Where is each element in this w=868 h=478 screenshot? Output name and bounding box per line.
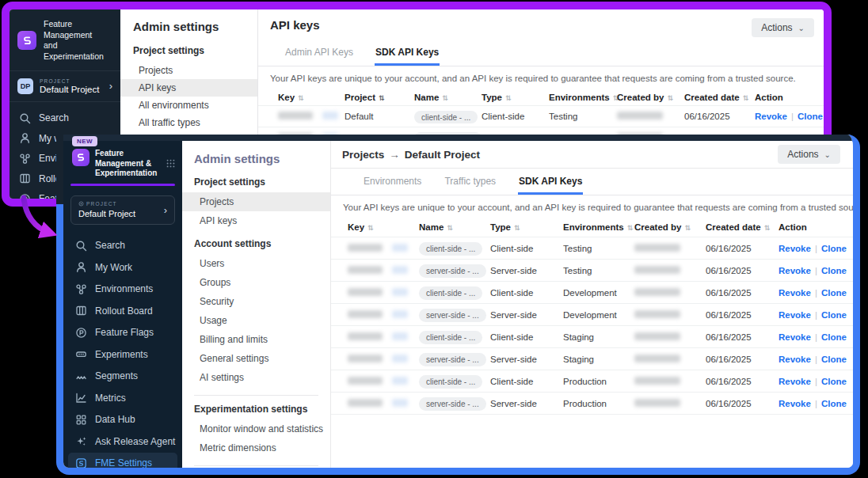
revoke-link[interactable]: Revoke xyxy=(779,332,811,342)
sidebar-item-my-work[interactable]: My Work xyxy=(63,256,182,279)
sort-icon: ⇅ xyxy=(298,94,304,102)
admin-item-monitor-window[interactable]: Monitor window and statistics xyxy=(182,419,330,438)
redacted-key xyxy=(348,399,383,407)
revoke-link[interactable]: Revoke xyxy=(779,377,811,386)
clone-link[interactable]: Clone xyxy=(821,310,847,320)
environments-icon xyxy=(75,283,87,295)
redacted-created-by xyxy=(634,377,680,385)
breadcrumb-arrow-icon: → xyxy=(384,149,405,161)
revoke-link[interactable]: Revoke xyxy=(779,244,811,253)
sidebar-item-experiments[interactable]: Experiments xyxy=(63,343,182,366)
new-sidebar-nav: Search My Work Environments Rollout Boar… xyxy=(63,235,182,475)
admin-item-metric-dimensions[interactable]: Metric dimensions xyxy=(182,438,330,457)
redacted-created-by xyxy=(634,332,680,340)
sort-icon: ⇅ xyxy=(447,224,453,232)
sidebar-item-metrics[interactable]: Metrics xyxy=(63,387,182,409)
admin-item-ai-settings[interactable]: AI settings xyxy=(182,368,330,387)
sidebar-item-rollout-board[interactable]: Rollout Board xyxy=(63,300,182,322)
clone-link[interactable]: Clone xyxy=(821,399,847,408)
redacted-key xyxy=(348,332,383,340)
chevron-right-icon: › xyxy=(164,204,167,216)
breadcrumb: Projects→Default Project xyxy=(342,149,480,161)
revoke-link[interactable]: Revoke xyxy=(779,266,811,275)
sidebar-item-feature-flags[interactable]: Feature Flags xyxy=(63,322,182,344)
admin-item-billing[interactable]: Billing and limits xyxy=(182,330,330,349)
revoke-link[interactable]: Revoke xyxy=(779,288,811,298)
clone-link[interactable]: Clone xyxy=(821,377,847,386)
tab-traffic-types[interactable]: Traffic types xyxy=(444,169,497,195)
sidebar-item-fme-settings[interactable]: FME Settings xyxy=(68,453,177,475)
sidebar-item-search[interactable]: Search xyxy=(63,235,182,257)
tab-sdk-api-keys[interactable]: SDK API Keys xyxy=(375,40,440,66)
admin-item-groups[interactable]: Groups xyxy=(182,273,330,292)
redacted-created-by xyxy=(634,355,680,362)
new-project-switcher[interactable]: PROJECT Default Project › xyxy=(70,195,175,225)
admin-settings-title: Admin settings xyxy=(194,152,330,165)
admin-item-all-environments[interactable]: All environments xyxy=(120,97,257,114)
breadcrumb-current: Default Project xyxy=(405,149,480,161)
sidebar-item-environments[interactable]: Environments xyxy=(63,279,182,301)
admin-item-all-traffic-types[interactable]: All traffic types xyxy=(120,114,257,131)
admin-item-usage[interactable]: Usage xyxy=(182,311,330,330)
tab-environments[interactable]: Environments xyxy=(363,169,422,195)
sidebar-item-search[interactable]: Search xyxy=(10,108,120,129)
clone-link[interactable]: Clone xyxy=(821,288,847,298)
fme-logo-icon xyxy=(72,149,89,166)
redacted-created-by xyxy=(634,310,680,318)
table-header: Key⇅ Name⇅ Type⇅ Environments⇅ Created b… xyxy=(331,218,853,237)
admin-item-projects[interactable]: Projects xyxy=(120,62,257,79)
redacted-copy-icon xyxy=(392,310,408,318)
table-header: Key⇅ Project⇅ Name⇅ Type⇅ Environments⇅ … xyxy=(258,89,824,105)
clone-link[interactable]: Clone xyxy=(821,266,847,275)
redacted-copy-icon xyxy=(392,377,408,385)
actions-button[interactable]: Actions ⌄ xyxy=(778,145,840,164)
table-row: Default client-side - ... Client-side Te… xyxy=(258,105,824,127)
clone-link[interactable]: Clone xyxy=(821,355,847,364)
sort-icon: ⇅ xyxy=(367,224,374,232)
revoke-link[interactable]: Revoke xyxy=(779,355,811,364)
sort-icon: ⇅ xyxy=(684,224,691,232)
table-row: client-side - ... Client-side Production… xyxy=(331,370,853,392)
actions-button[interactable]: Actions ⌄ xyxy=(752,18,814,37)
app-grid-icon[interactable] xyxy=(166,158,176,169)
new-brand: Feature Management & Experimentation xyxy=(63,141,182,179)
sidebar-item-data-hub[interactable]: Data Hub xyxy=(63,409,182,431)
admin-item-api-keys[interactable]: API keys xyxy=(120,79,257,97)
feature-flags-icon xyxy=(75,327,87,339)
old-project-switcher[interactable]: DP PROJECT Default Project › xyxy=(10,71,120,102)
key-name-pill: client-side - ... xyxy=(414,111,478,124)
clone-link[interactable]: Clone xyxy=(821,332,847,342)
project-name: Default Project xyxy=(40,85,99,94)
revoke-link[interactable]: Revoke xyxy=(755,112,787,121)
admin-item-api-keys[interactable]: API keys xyxy=(182,211,330,230)
new-main-panel: Projects→Default Project Actions ⌄ Envir… xyxy=(331,141,853,468)
divider xyxy=(194,465,318,466)
admin-item-general-settings[interactable]: General settings xyxy=(182,349,330,368)
new-window-top-strip xyxy=(63,135,853,141)
clone-link[interactable]: Clone xyxy=(821,244,847,253)
sort-icon: ⇅ xyxy=(667,94,673,102)
board-columns-icon xyxy=(19,173,31,184)
new-badge: NEW xyxy=(72,136,97,146)
project-label: PROJECT xyxy=(86,201,117,207)
new-sidebar: NEW Feature Management & Experimentation xyxy=(63,141,182,468)
redacted-created-by xyxy=(634,266,680,274)
redacted-copy-icon xyxy=(392,288,408,296)
clone-link[interactable]: Clone xyxy=(798,112,823,121)
sidebar-item-segments[interactable]: Segments xyxy=(63,366,182,388)
tab-admin-api-keys[interactable]: Admin API Keys xyxy=(284,40,354,66)
admin-item-users[interactable]: Users xyxy=(182,254,330,273)
sidebar-item-ask-release-agent[interactable]: Ask Release Agent xyxy=(63,431,182,453)
tab-sdk-api-keys[interactable]: SDK API Keys xyxy=(518,169,583,195)
admin-item-security[interactable]: Security xyxy=(182,292,330,311)
sort-icon: ⇅ xyxy=(514,224,520,232)
old-tab-bar: Admin API Keys SDK API Keys xyxy=(258,40,824,66)
divider xyxy=(194,395,318,396)
breadcrumb-root[interactable]: Projects xyxy=(342,149,384,161)
revoke-link[interactable]: Revoke xyxy=(779,310,811,320)
admin-item-projects[interactable]: Projects xyxy=(182,192,330,211)
redacted-copy-icon xyxy=(392,244,408,252)
revoke-link[interactable]: Revoke xyxy=(779,399,811,408)
new-admin-panel: Admin settings Project settings Projects… xyxy=(182,141,331,468)
project-avatar: DP xyxy=(17,78,33,94)
